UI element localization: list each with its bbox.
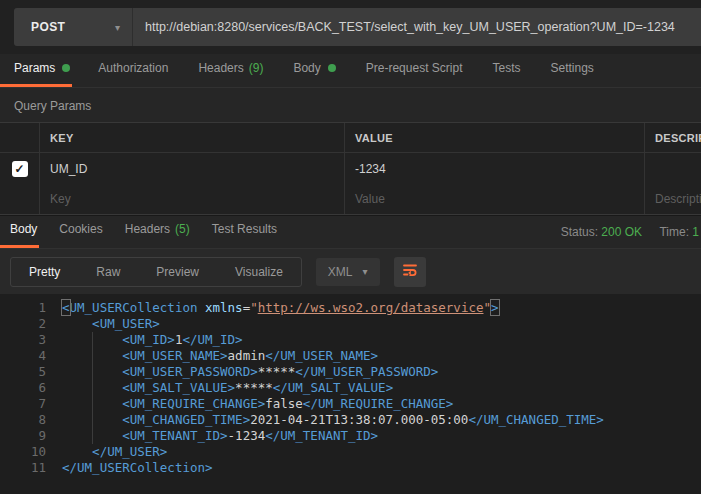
tab-label: Headers	[198, 61, 243, 75]
tab-label: Test Results	[212, 222, 277, 236]
green-dot-icon	[62, 64, 70, 72]
column-header-description: DESCRIPTION	[645, 123, 701, 152]
code-text: <UM_CHANGED_TIME>2021-04-21T13:38:07.000…	[46, 412, 604, 428]
tab-headers[interactable]: Headers(5)	[123, 222, 192, 248]
param-key-field[interactable]: UM_ID	[40, 153, 345, 184]
response-tabs: BodyCookiesHeaders(5)Test Results Status…	[0, 215, 701, 249]
tab-headers[interactable]: Headers(9)	[196, 61, 265, 87]
tab-test-results[interactable]: Test Results	[210, 222, 279, 248]
query-params-table: KEY VALUE DESCRIPTION ✓UM_ID-1234 Key Va…	[0, 122, 701, 215]
code-line: 8 <UM_CHANGED_TIME>2021-04-21T13:38:07.0…	[0, 412, 701, 428]
code-text: <UM_USERCollection xmlns="http://ws.wso2…	[46, 300, 499, 316]
url-bar: POST ▾ http://debian:8280/services/BACK_…	[14, 8, 701, 46]
response-view-toolbar: PrettyRawPreviewVisualize XML ▾	[0, 249, 701, 294]
new-param-row: Key Value Description	[0, 184, 701, 214]
tab-authorization[interactable]: Authorization	[96, 61, 170, 87]
tab-label: Tests	[492, 61, 520, 75]
code-line: 1<UM_USERCollection xmlns="http://ws.wso…	[0, 300, 701, 316]
code-line: 7 <UM_REQUIRE_CHANGE>false</UM_REQUIRE_C…	[0, 396, 701, 412]
indent-guide	[92, 332, 93, 444]
code-line: 2 <UM_USER>	[0, 316, 701, 332]
param-enabled-checkbox[interactable]: ✓	[12, 161, 28, 177]
raw-view-button[interactable]: Raw	[78, 258, 138, 286]
tab-label: Body	[293, 61, 320, 75]
line-number: 7	[0, 396, 46, 412]
tab-label: Pre-request Script	[366, 61, 463, 75]
new-param-description-input[interactable]: Description	[645, 184, 701, 214]
tab-label: Cookies	[59, 222, 102, 236]
wrap-lines-button[interactable]	[394, 257, 426, 287]
view-mode-group: PrettyRawPreviewVisualize	[10, 257, 302, 287]
code-line: 11</UM_USERCollection>	[0, 460, 701, 476]
code-line: 4 <UM_USER_NAME>admin</UM_USER_NAME>	[0, 348, 701, 364]
code-text: <UM_USER>	[46, 316, 160, 332]
code-line: 9 <UM_TENANT_ID>-1234</UM_TENANT_ID>	[0, 428, 701, 444]
line-number: 11	[0, 460, 46, 476]
tab-label: Authorization	[98, 61, 168, 75]
line-number: 9	[0, 428, 46, 444]
response-body-editor[interactable]: 1<UM_USERCollection xmlns="http://ws.wso…	[0, 294, 701, 494]
new-param-checkbox-cell	[0, 184, 40, 214]
new-param-key-input[interactable]: Key	[40, 184, 345, 214]
tab-label: Params	[14, 61, 55, 75]
query-params-title: Query Params	[0, 88, 701, 122]
select-all-cell	[0, 123, 40, 152]
code-text: <UM_ID>1</UM_ID>	[46, 332, 243, 348]
new-param-value-input[interactable]: Value	[345, 184, 645, 214]
tab-cookies[interactable]: Cookies	[57, 222, 104, 248]
tab-body[interactable]: Body	[291, 61, 337, 87]
line-number: 5	[0, 364, 46, 380]
postman-window: { "colors": { "accent_orange": "#ff6c37"…	[0, 0, 701, 494]
code-text: </UM_USERCollection>	[46, 460, 213, 476]
time-value: 1	[692, 225, 699, 239]
tab-body[interactable]: Body	[0, 222, 39, 248]
url-input[interactable]: http://debian:8280/services/BACK_TEST/se…	[133, 8, 701, 46]
code-line: 10 </UM_USER>	[0, 444, 701, 460]
tab-settings[interactable]: Settings	[549, 61, 596, 87]
code-text: <UM_TENANT_ID>-1234</UM_TENANT_ID>	[46, 428, 378, 444]
tab-pre-request-script[interactable]: Pre-request Script	[364, 61, 465, 87]
code-text: </UM_USER>	[46, 444, 167, 460]
response-meta: Status: 200 OK Time: 1	[561, 225, 699, 239]
method-dropdown[interactable]: POST ▾	[14, 8, 132, 46]
pretty-view-button[interactable]: Pretty	[11, 258, 78, 286]
wrap-lines-icon	[402, 262, 418, 282]
tab-tests[interactable]: Tests	[490, 61, 522, 87]
line-number: 6	[0, 380, 46, 396]
format-dropdown[interactable]: XML ▾	[316, 258, 380, 286]
code-text: <UM_SALT_VALUE>*****</UM_SALT_VALUE>	[46, 380, 393, 396]
line-number: 10	[0, 444, 46, 460]
tab-params[interactable]: Params	[0, 61, 72, 87]
status-label: Status:	[561, 225, 598, 239]
tab-count: (5)	[175, 222, 190, 236]
param-row: ✓UM_ID-1234	[0, 153, 701, 184]
format-label: XML	[328, 265, 353, 279]
line-number: 1	[0, 300, 46, 316]
line-number: 2	[0, 316, 46, 332]
code-line: 6 <UM_SALT_VALUE>*****</UM_SALT_VALUE>	[0, 380, 701, 396]
tab-label: Headers	[125, 222, 170, 236]
visualize-view-button[interactable]: Visualize	[217, 258, 301, 286]
request-url-section: POST ▾ http://debian:8280/services/BACK_…	[0, 0, 701, 54]
xml-namespace-link[interactable]: http://ws.wso2.org/dataservice	[258, 300, 484, 315]
preview-view-button[interactable]: Preview	[138, 258, 217, 286]
code-text: <UM_USER_NAME>admin</UM_USER_NAME>	[46, 348, 378, 364]
tab-count: (9)	[249, 61, 264, 75]
param-value-field[interactable]: -1234	[345, 153, 645, 184]
method-label: POST	[31, 20, 65, 34]
tab-label: Settings	[551, 61, 594, 75]
tab-label: Body	[10, 222, 37, 236]
green-dot-icon	[328, 64, 336, 72]
param-description-field[interactable]	[645, 153, 701, 184]
table-header-row: KEY VALUE DESCRIPTION	[0, 123, 701, 153]
request-tabs: ParamsAuthorizationHeaders(9)BodyPre-req…	[0, 54, 701, 88]
chevron-down-icon: ▾	[115, 22, 120, 33]
code-text: <UM_REQUIRE_CHANGE>false</UM_REQUIRE_CHA…	[46, 396, 453, 412]
column-header-key: KEY	[40, 123, 345, 152]
code-line: 3 <UM_ID>1</UM_ID>	[0, 332, 701, 348]
code-text: <UM_USER_PASSWORD>*****</UM_USER_PASSWOR…	[46, 364, 438, 380]
param-checkbox-cell: ✓	[0, 153, 40, 184]
column-header-value: VALUE	[345, 123, 645, 152]
status-value: 200 OK	[601, 225, 642, 239]
time-label: Time:	[659, 225, 689, 239]
